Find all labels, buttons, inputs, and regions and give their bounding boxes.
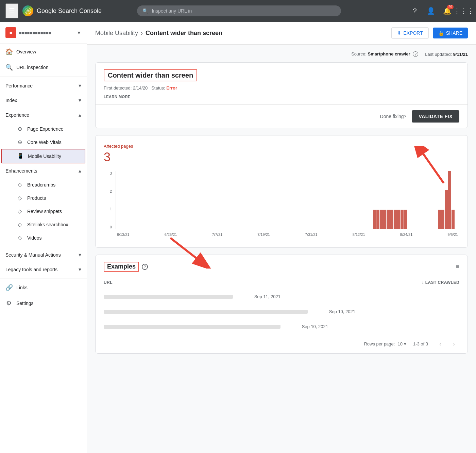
rows-per-page-value: 10 <box>397 341 402 346</box>
table-row[interactable]: Sep 10, 2021 <box>96 304 468 319</box>
rows-per-page-label: Rows per page: <box>364 341 395 346</box>
examples-info-icon[interactable]: ? <box>142 264 148 270</box>
chart-card-inner: Affected pages 3 3 2 1 0 <box>96 135 468 247</box>
sidebar-item-page-experience-label: Page Experience <box>27 126 64 132</box>
table-row[interactable]: Sep 11, 2021 <box>96 289 468 304</box>
apps-button[interactable]: ⋮⋮⋮ <box>457 4 471 18</box>
first-detected: First detected: 2/14/20 <box>104 85 148 91</box>
prev-page-button[interactable]: ‹ <box>435 338 446 349</box>
sidebar-item-videos[interactable]: ◇ Videos <box>0 231 87 244</box>
source-bar: Source: Smartphone crawler ? Last update… <box>95 51 468 57</box>
sidebar-item-products-label: Products <box>27 195 46 201</box>
x-label-7: 8/24/21 <box>400 232 413 237</box>
x-label-1: 6/13/21 <box>117 232 130 237</box>
sidebar-section-performance[interactable]: Performance ▾ <box>0 78 87 93</box>
examples-title-row: Examples ? <box>104 262 148 272</box>
help-button[interactable]: ? <box>408 4 422 18</box>
y-label-1: 1 <box>110 207 112 211</box>
divider-1 <box>0 77 87 77</box>
table-row[interactable]: Sep 10, 2021 <box>96 319 468 334</box>
menu-icon[interactable]: ☰ <box>5 3 18 18</box>
url-column-header: URL <box>104 280 412 285</box>
breadcrumb-current: Content wider than screen <box>146 30 222 37</box>
pagination-info: 1-3 of 3 <box>413 341 428 346</box>
sidebar-item-core-web-vitals[interactable]: ⊕ Core Web Vitals <box>0 135 87 149</box>
issue-subtitle: First detected: 2/14/20 Status: Error <box>104 85 459 91</box>
sidebar-item-url-inspection[interactable]: 🔍 URL inspection <box>0 60 87 75</box>
sidebar-item-videos-label: Videos <box>27 235 42 241</box>
notifications-button[interactable]: 🔔 29 <box>441 4 454 18</box>
sidebar-item-sitelinks-searchbox[interactable]: ◇ Sitelinks searchbox <box>0 218 87 231</box>
chart-x-axis: 6/13/21 6/25/21 7/7/21 7/19/21 7/31/21 8… <box>116 230 459 239</box>
sidebar-section-enhancements[interactable]: Enhancements ▴ <box>0 163 87 178</box>
index-chevron-icon: ▾ <box>79 97 81 103</box>
chart-bar <box>404 210 407 229</box>
sidebar-item-products[interactable]: ◇ Products <box>0 191 87 205</box>
sidebar-item-sitelinks-searchbox-label: Sitelinks searchbox <box>27 222 68 227</box>
source-label: Source: <box>351 51 367 56</box>
sidebar-item-settings[interactable]: ⚙ Settings <box>0 295 87 311</box>
sitelinks-icon: ◇ <box>16 221 23 228</box>
sidebar-item-mobile-usability-label: Mobile Usability <box>28 153 61 159</box>
affected-pages-label: Affected pages <box>104 144 459 149</box>
issue-card: Content wider than screen First detected… <box>95 62 468 128</box>
chart-bars <box>116 171 459 229</box>
sidebar-section-index[interactable]: Index ▾ <box>0 93 87 108</box>
videos-icon: ◇ <box>16 234 23 241</box>
source-info: Source: Smartphone crawler ? <box>351 51 418 57</box>
sidebar-section-experience[interactable]: Experience ▴ <box>0 108 87 122</box>
account-selector[interactable]: ■ ■■■■■■■■■■■■ ▼ <box>0 22 87 44</box>
sidebar-item-settings-label: Settings <box>16 301 34 306</box>
sidebar-item-review-snippets-label: Review snippets <box>27 209 62 214</box>
account-name: ■■■■■■■■■■■■ <box>19 30 74 35</box>
sidebar-section-legacy[interactable]: Legacy tools and reports ▾ <box>0 262 87 277</box>
legacy-chevron-icon: ▾ <box>79 266 81 273</box>
chart-card: Affected pages 3 3 2 1 0 <box>95 135 468 248</box>
logo-text: Google Search Console <box>37 7 102 15</box>
app-layout: ■ ■■■■■■■■■■■■ ▼ 🏠 Overview 🔍 URL inspec… <box>0 22 476 453</box>
source-value: Smartphone crawler <box>368 51 410 56</box>
performance-chevron-icon: ▾ <box>79 82 81 89</box>
table-row-date: Sep 10, 2021 <box>308 309 355 314</box>
chart-bar <box>401 210 404 229</box>
sidebar-item-overview[interactable]: 🏠 Overview <box>0 44 87 60</box>
chart-area <box>116 171 459 229</box>
share-label: SHARE <box>446 30 462 36</box>
last-updated-value: 9/11/21 <box>453 52 468 57</box>
issue-card-header: Content wider than screen First detected… <box>96 63 468 105</box>
export-button[interactable]: ⬇ EXPORT <box>391 27 428 39</box>
search-bar: 🔍 <box>137 5 341 16</box>
validate-fix-button[interactable]: VALIDATE FIX <box>412 110 459 123</box>
search-input[interactable] <box>152 8 336 14</box>
table-row-url <box>104 325 280 329</box>
app-logo: Google Search Console <box>22 5 102 16</box>
next-page-button[interactable]: › <box>448 338 459 349</box>
sidebar-item-review-snippets[interactable]: ◇ Review snippets <box>0 205 87 218</box>
search-icon: 🔍 <box>142 8 148 14</box>
sidebar-item-page-experience[interactable]: ⊕ Page Experience <box>0 122 87 135</box>
x-label-6: 8/12/21 <box>353 232 365 237</box>
share-button[interactable]: 🔒 SHARE <box>433 28 468 38</box>
status-value: Error <box>166 85 177 91</box>
export-icon: ⬇ <box>397 30 401 36</box>
chart-bar <box>452 210 455 229</box>
learn-more-button[interactable]: LEARN MORE <box>104 95 131 99</box>
sidebar-item-breadcrumbs[interactable]: ◇ Breadcrumbs <box>0 178 87 191</box>
experience-label: Experience <box>5 112 29 118</box>
enhancements-chevron-icon: ▴ <box>79 167 81 174</box>
chart-bar <box>380 210 383 229</box>
sidebar-item-mobile-usability[interactable]: 📱 Mobile Usability <box>1 149 85 163</box>
rows-per-page-selector[interactable]: 10 ▾ <box>397 341 406 346</box>
issue-title: Content wider than screen <box>108 71 193 79</box>
account-dropdown-icon: ▼ <box>76 30 81 35</box>
accounts-button[interactable]: 👤 <box>424 4 438 18</box>
filter-icon[interactable]: ≡ <box>456 263 459 270</box>
settings-icon: ⚙ <box>5 300 12 307</box>
notification-badge: 29 <box>447 5 454 9</box>
breadcrumb-parent[interactable]: Mobile Usability <box>95 30 138 37</box>
legacy-label: Legacy tools and reports <box>5 267 57 272</box>
source-help-icon[interactable]: ? <box>413 51 418 57</box>
sidebar-item-links[interactable]: 🔗 Links <box>0 280 87 295</box>
examples-title-box: Examples <box>104 262 139 272</box>
sidebar-section-security[interactable]: Security & Manual Actions ▾ <box>0 247 87 262</box>
